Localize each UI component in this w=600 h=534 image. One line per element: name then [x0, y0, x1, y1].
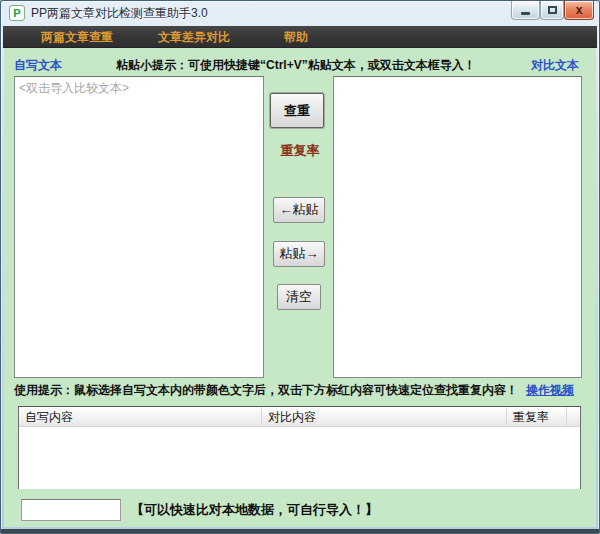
menu-item-two-article-check[interactable]: 两篇文章查重: [37, 26, 117, 48]
maximize-button[interactable]: [540, 1, 564, 20]
minimize-icon: [521, 12, 530, 15]
window-controls: x: [511, 1, 594, 20]
clear-button[interactable]: 清空: [277, 284, 321, 310]
results-table: 自写内容 对比内容 重复率: [18, 406, 581, 489]
close-icon: x: [576, 2, 583, 19]
menubar: 两篇文章查重 文章差异对比 帮助: [3, 26, 597, 48]
compare-text-area[interactable]: [333, 76, 582, 378]
titlebar: P PP两篇文章对比检测查重助手3.0 x: [1, 1, 599, 26]
local-data-input[interactable]: [21, 499, 121, 521]
app-window: P PP两篇文章对比检测查重助手3.0 x 两篇文章查重 文章差异对比 帮助 自…: [0, 0, 600, 534]
app-logo-icon: P: [9, 5, 25, 21]
results-table-body: [19, 427, 580, 489]
maximize-icon: [548, 6, 557, 14]
minimize-button[interactable]: [511, 1, 540, 20]
window-bottom-edge: [1, 529, 599, 533]
self-text-area[interactable]: [14, 76, 264, 378]
menu-item-help[interactable]: 帮助: [280, 26, 312, 48]
compare-text-label: 对比文本: [531, 57, 579, 74]
check-duplicate-button[interactable]: 查重: [270, 93, 324, 128]
menu-item-article-diff-compare[interactable]: 文章差异对比: [154, 26, 234, 48]
paste-to-right-button[interactable]: 粘贴→: [273, 241, 325, 267]
paste-to-left-button[interactable]: ←粘贴: [273, 197, 325, 223]
usage-hint-row: 使用提示：鼠标选择自写文本内的带颜色文字后，双击下方标红内容可快速定位查找重复内…: [14, 382, 574, 399]
client-area: 自写文本 粘贴小提示：可使用快捷键“Ctrl+V”粘贴文本，或双击文本框导入！ …: [4, 48, 596, 527]
repeat-rate-label: 重复率: [264, 142, 336, 160]
window-title: PP两篇文章对比检测查重助手3.0: [31, 1, 208, 26]
column-header-self-content[interactable]: 自写内容: [19, 407, 262, 427]
close-button[interactable]: x: [564, 1, 594, 20]
footer-note-text: 【可以快速比对本地数据，可自行导入！】: [131, 499, 378, 521]
usage-hint-text: 使用提示：鼠标选择自写文本内的带颜色文字后，双击下方标红内容可快速定位查找重复内…: [14, 383, 518, 397]
paste-hint-text: 粘贴小提示：可使用快捷键“Ctrl+V”粘贴文本，或双击文本框导入！: [116, 57, 426, 74]
column-header-spacer: [567, 407, 580, 427]
column-header-repeat-rate[interactable]: 重复率: [507, 407, 567, 427]
self-text-label: 自写文本: [14, 57, 62, 74]
operation-video-link[interactable]: 操作视频: [526, 383, 574, 397]
results-table-header: 自写内容 对比内容 重复率: [19, 407, 580, 427]
column-header-compare-content[interactable]: 对比内容: [262, 407, 507, 427]
